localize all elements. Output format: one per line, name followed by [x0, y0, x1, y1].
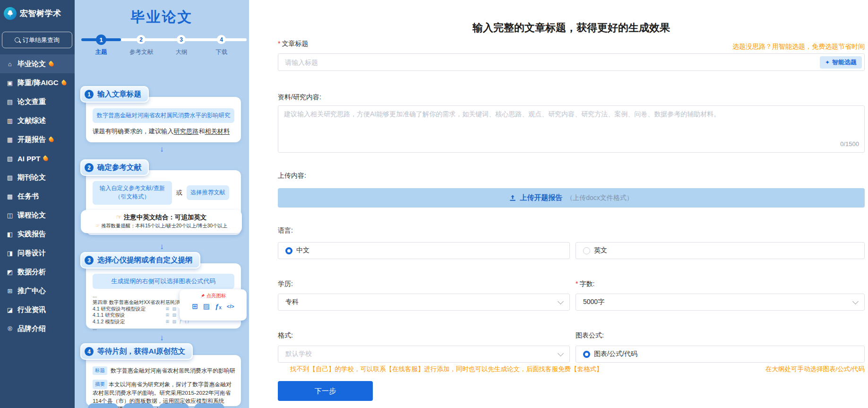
highlight-icons-tooltip: 点亮图标 ⊞ ▨ ƒₓ </> [180, 289, 247, 321]
chart-formula-label: 图表公式: [576, 331, 604, 340]
flow-card-4: 标题 数字普惠金融对河南省农村居民消费水平的影响研究 摘要 本文以河南省为研究对… [86, 355, 241, 406]
abstract-tag: 摘要 [93, 380, 107, 389]
outline-line: 4.1 研究假设与模型设定 ⊞ ▨ ƒ ⟨⟩ [93, 306, 190, 313]
sidebar-item-plagiarism-check[interactable]: ▤ 论文查重 [0, 92, 75, 111]
sidebar-item-journal-paper[interactable]: ▨ 期刊论文 [0, 168, 75, 187]
doc-icon: ▦ [6, 136, 14, 143]
hot-flame-icon [43, 155, 49, 162]
sidebar-item-reduce-aigc[interactable]: ▣ 降重/降AIGC [0, 73, 75, 92]
tip-line-2: ☞ 推荐数量提醒：本科15个以上/硕士20个以上/博士30个以上 [82, 223, 241, 229]
sidebar-item-data-analysis[interactable]: ◩ 数据分析 [0, 262, 75, 281]
example-title-pill: 数字普惠金融对河南省农村属民消费水平的影响研究 [93, 108, 234, 123]
doc-icon: ▨ [6, 174, 14, 181]
smart-topic-hint-link[interactable]: 选题没思路？用智能选题，免费选题节省时间 [732, 43, 865, 51]
reference-tips-box: ☞ 注意中英文结合：可追加英文 ☞ 推荐数量提醒：本科15个以上/硕士20个以上… [81, 210, 242, 233]
sidebar-menu: ⌂ 毕业论文 ▣ 降重/降AIGC ▤ 论文查重 ▥ 文献综述 ▦ 开题报告 [0, 54, 75, 338]
sidebar-item-course-paper[interactable]: ◫ 课程论文 [0, 206, 75, 225]
language-label: 语言: [278, 226, 293, 235]
sample-title-row: 标题 数字普惠金融对河南省农村居民消费水平的影响研究 [93, 366, 235, 375]
sidebar-item-thesis[interactable]: ⌂ 毕业论文 [0, 54, 75, 73]
sidebar-item-practice-report[interactable]: ◧ 实践报告 [0, 225, 75, 243]
chart-formula-option[interactable]: 图表/公式/代码 [576, 346, 865, 363]
main-content: 输入完整的文章标题，获得更好的生成效果 文章标题 选题没思路？用智能选题，免费选… [249, 0, 868, 408]
title-tag: 标题 [93, 366, 107, 375]
step-dot-4[interactable]: 4 [217, 35, 226, 44]
next-step-button[interactable]: 下一步 [278, 381, 373, 401]
arrow-down-icon: ↓ [75, 333, 249, 343]
custom-reference-pill: 输入自定义参考文献/查新（引文格式） [93, 181, 172, 205]
hand-pointer-icon: ☞ [95, 223, 100, 228]
outline-line: 4.1.2 模型设定 ⊞ ▨ ƒ ⟨⟩ [93, 319, 190, 325]
brand-name: 宏智树学术 [20, 8, 61, 19]
sidebar-item-literature-review[interactable]: ▥ 文献综述 [0, 111, 75, 130]
step-dot-2[interactable]: 2 [137, 35, 146, 44]
order-result-query-button[interactable]: 订单结果查询 [2, 32, 72, 48]
doc-icon: ▣ [6, 79, 14, 87]
step-label-references: 参考文献 [129, 48, 153, 56]
pill [123, 403, 154, 408]
sidebar-item-ai-ppt[interactable]: ▧ AI PPT [0, 149, 75, 168]
workflow-panel: 毕业论文 1 2 3 4 主题 参考文献 大纲 下载 1 输入文章标题 数字普惠… [75, 0, 249, 408]
format-select[interactable]: 默认学校 [278, 346, 570, 363]
flow-badge-4: 4 等待片刻，获得AI原创范文 [80, 343, 193, 360]
panel-title: 毕业论文 [75, 8, 249, 27]
news-icon: ◪ [6, 306, 14, 313]
chart-icon: ◩ [6, 269, 14, 276]
sidebar-item-task-book[interactable]: ▩ 任务书 [0, 187, 75, 206]
ppt-icon: ▧ [6, 155, 14, 162]
flow-badge-3: 3 选择心仪提纲或者自定义提纲 [80, 252, 200, 269]
doc-icon: ◨ [6, 250, 14, 257]
flow-card-1: 数字普惠金融对河南省农村属民消费水平的影响研究 课题有明确要求的，建议输入研究思… [86, 97, 241, 142]
table-icon[interactable]: ⊞ [192, 302, 198, 311]
doc-icon: ▩ [6, 193, 14, 200]
sidebar-item-industry-news[interactable]: ◪ 行业资讯 [0, 300, 75, 319]
degree-label: 学历: [278, 280, 293, 288]
radio-selected-icon [583, 351, 590, 358]
page-title: 输入完整的文章标题，获得更好的生成效果 [278, 21, 865, 35]
reference-options-row: 输入自定义参考文献/查新（引文格式） 或 选择推荐文献 [93, 181, 234, 205]
step-dot-1[interactable]: 1 [96, 35, 106, 45]
arrow-down-icon: ↓ [75, 242, 249, 252]
pill [88, 403, 118, 408]
chevron-down-icon [852, 298, 859, 304]
hot-flame-icon [60, 79, 67, 86]
char-counter: 0/1500 [840, 140, 859, 148]
doc-icon: ◫ [6, 212, 14, 219]
arrow-down-icon: ↓ [75, 145, 249, 154]
code-icon[interactable]: </> [227, 304, 234, 309]
upload-proposal-button[interactable]: 上传开题报告 （上传docx文件格式） [278, 188, 865, 208]
language-option-english[interactable]: 英文 [576, 242, 865, 259]
sidebar-item-proposal-report[interactable]: ▦ 开题报告 [0, 130, 75, 149]
sidebar-item-promotion-center[interactable]: ⊞ 推广中心 [0, 281, 75, 300]
school-format-hint[interactable]: 找不到【自己】的学校，可以联系【在线客服】进行添加，同时也可以先生成论文，后面找… [290, 365, 603, 373]
outline-line: ... [93, 325, 234, 332]
language-option-chinese[interactable]: 中文 [278, 242, 570, 259]
doc-icon: ▤ [6, 98, 14, 105]
hot-flame-icon [48, 136, 54, 143]
step-dot-3[interactable]: 3 [177, 35, 186, 44]
tree-logo-icon [4, 7, 17, 20]
word-count-select[interactable]: 5000字 [576, 294, 865, 311]
doc-icon: ◧ [6, 231, 14, 238]
flow-badge-1: 1 输入文章标题 [80, 86, 149, 103]
grid-icon: ⊞ [6, 287, 14, 295]
article-title-label: 文章标题 [278, 40, 308, 48]
flow-card-1-note: 课题有明确要求的，建议输入研究思路和相关材料 [93, 127, 234, 136]
sidebar-item-questionnaire-design[interactable]: ◨ 问卷设计 [0, 243, 75, 262]
chart-manual-hint: 在大纲处可手动选择图表/公式/代码 [765, 365, 865, 373]
smart-topic-button[interactable]: ✦ 智能选题 [820, 56, 862, 69]
tooltip-label: 点亮图标 [180, 293, 247, 299]
upload-label: 上传内容: [278, 172, 306, 180]
article-title-input[interactable] [278, 53, 865, 71]
radio-unselected-icon [583, 247, 590, 254]
formula-icon[interactable]: ƒₓ [215, 302, 222, 311]
tip-line-1: ☞ 注意中英文结合：可追加英文 [82, 213, 241, 222]
degree-select[interactable]: 专科 [278, 294, 570, 311]
app-root: 宏智树学术 订单结果查询 ⌂ 毕业论文 ▣ 降重/降AIGC ▤ 论文查重 ▥ [0, 0, 868, 408]
research-content-textarea[interactable] [278, 105, 865, 153]
sidebar-item-brand-intro[interactable]: ® 品牌介绍 [0, 319, 75, 338]
step-label-download: 下载 [216, 48, 228, 56]
hot-flame-icon [48, 61, 54, 67]
image-icon[interactable]: ▨ [203, 302, 210, 311]
sample-title-text: 数字普惠金融对河南省农村居民消费水平的影响研究 [111, 367, 235, 375]
